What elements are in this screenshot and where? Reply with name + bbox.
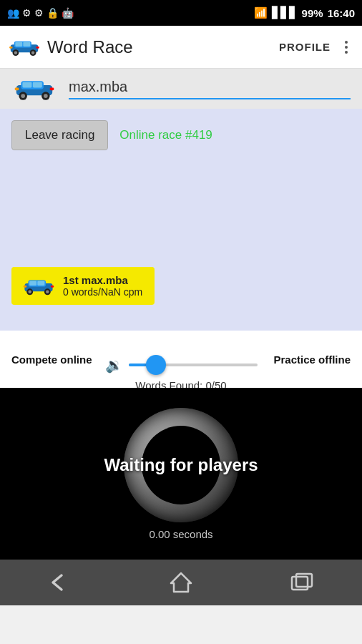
notification-icon: 👥 <box>7 7 19 19</box>
slider-track[interactable] <box>129 364 258 366</box>
menu-dot <box>345 46 348 49</box>
settings-icon1: ⚙ <box>22 7 31 19</box>
wifi-icon: 📶 <box>254 6 268 19</box>
shield-icon: 🔒 <box>47 7 59 19</box>
svg-rect-31 <box>292 577 308 590</box>
race-card-text: 1st max.mba 0 words/NaN cpm <box>63 274 142 298</box>
status-icons: 👥 ⚙ ⚙ 🔒 🤖 <box>7 7 74 19</box>
svg-rect-32 <box>296 574 312 587</box>
signal-icon: ▋▋▋ <box>272 6 298 19</box>
back-arrow-icon <box>49 572 72 592</box>
svg-rect-8 <box>9 46 12 48</box>
username-input[interactable] <box>69 79 351 95</box>
recents-button[interactable] <box>280 568 323 597</box>
race-score: 0 words/NaN cpm <box>63 286 142 298</box>
username-bar <box>0 69 362 109</box>
ring-container: Waiting for players <box>124 408 238 522</box>
battery-text: 99% <box>302 7 323 19</box>
race-car-icon <box>21 276 56 296</box>
svg-point-27 <box>46 290 49 293</box>
svg-rect-29 <box>51 285 54 287</box>
status-bar: 👥 ⚙ ⚙ 🔒 🤖 📶 ▋▋▋ 99% 16:40 <box>0 0 362 26</box>
svg-rect-28 <box>24 285 26 287</box>
svg-rect-18 <box>15 88 19 91</box>
car-icon-small <box>11 76 57 102</box>
menu-dot <box>345 41 348 44</box>
svg-rect-12 <box>22 82 31 88</box>
svg-point-7 <box>31 51 34 54</box>
svg-rect-23 <box>37 280 44 285</box>
svg-rect-9 <box>36 46 39 48</box>
svg-rect-2 <box>15 42 22 46</box>
svg-rect-13 <box>33 82 42 88</box>
svg-point-17 <box>44 94 48 98</box>
practice-offline-label: Practice offline <box>273 353 351 366</box>
svg-rect-19 <box>50 88 54 91</box>
svg-marker-30 <box>171 573 191 592</box>
settings-icon2: ⚙ <box>34 7 44 19</box>
menu-icon[interactable] <box>339 35 353 59</box>
time-text: 16:40 <box>328 7 355 19</box>
seconds-text: 0.00 seconds <box>149 528 212 540</box>
video-area: Waiting for players 0.00 seconds <box>0 388 362 560</box>
android-icon: 🤖 <box>62 7 74 19</box>
race-area: Leave racing Online race #419 1st max.mb… <box>0 109 362 331</box>
svg-rect-3 <box>23 42 30 46</box>
leave-racing-button[interactable]: Leave racing <box>11 120 108 150</box>
race-position: 1st max.mba <box>63 274 142 286</box>
online-race-label: Online race #419 <box>119 128 212 142</box>
waiting-text: Waiting for players <box>95 455 267 475</box>
bottom-nav <box>0 560 362 605</box>
svg-point-5 <box>14 51 17 54</box>
app-bar: Word Race PROFILE <box>0 26 362 69</box>
home-button[interactable] <box>160 568 202 597</box>
username-input-container[interactable] <box>69 79 351 99</box>
svg-point-15 <box>21 94 25 98</box>
app-title: Word Race <box>47 37 270 57</box>
volume-icon: 🔉 <box>105 356 123 374</box>
back-button[interactable] <box>39 568 82 597</box>
slider-row: 🔉 <box>105 356 258 374</box>
home-icon <box>170 572 192 593</box>
app-icon <box>9 34 40 60</box>
compete-online-label: Compete online <box>11 353 92 366</box>
recents-icon <box>290 572 313 592</box>
menu-dot <box>345 51 348 54</box>
svg-point-25 <box>28 290 31 293</box>
status-right: 📶 ▋▋▋ 99% 16:40 <box>254 6 355 19</box>
race-card: 1st max.mba 0 words/NaN cpm <box>11 267 155 305</box>
toggle-bar: Compete online 🔉 Words Found: 0/50 Pract… <box>0 331 362 388</box>
svg-rect-22 <box>29 280 36 285</box>
profile-button[interactable]: PROFILE <box>270 35 339 59</box>
slider-thumb[interactable] <box>146 355 166 375</box>
